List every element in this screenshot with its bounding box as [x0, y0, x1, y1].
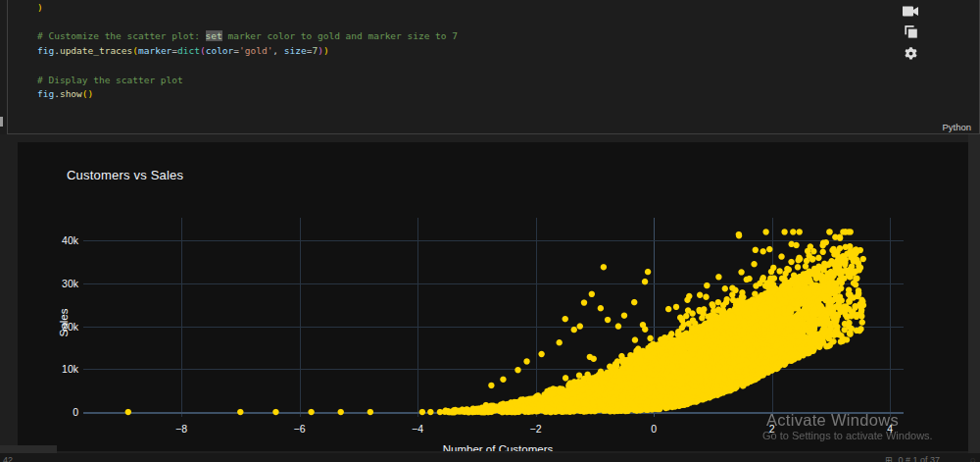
y-tick-label: 10k: [39, 363, 78, 375]
grid-icon: ⊞: [885, 455, 893, 462]
x-tick-label: 4: [887, 423, 893, 435]
camera-button[interactable]: [899, 3, 922, 22]
gear-button[interactable]: [899, 46, 922, 65]
cell-language-label[interactable]: Python: [942, 122, 971, 132]
x-tick-label: −2: [530, 423, 542, 435]
status-bar: 42 ⊞ 0 # 1 of 37 ◌: [0, 453, 980, 462]
gear-icon: [904, 46, 918, 65]
y-tick-label: 40k: [39, 234, 78, 246]
y-tick-label: 30k: [39, 278, 78, 289]
scatter-plot-canvas[interactable]: [83, 218, 904, 417]
copy-icon: [904, 25, 918, 43]
cell-toolbar: [899, 3, 924, 65]
chart-panel: Customers vs Sales −8−6−4−2024 010k20k30…: [18, 142, 968, 451]
x-tick-label: −6: [294, 423, 306, 435]
x-tick-label: 0: [651, 423, 657, 435]
code-line: [37, 16, 891, 30]
camera-icon: [903, 4, 919, 22]
y-axis-title: Sales: [58, 298, 70, 347]
code-editor[interactable]: ) # Customize the scatter plot: set mark…: [37, 1, 891, 102]
code-line: ): [37, 1, 891, 16]
y-tick-label: 0: [39, 406, 78, 418]
horizontal-scrollbar-thumb[interactable]: [0, 445, 57, 453]
code-line: fig.update_traces(marker=dict(color='gol…: [37, 44, 891, 59]
bell-icon[interactable]: ◌: [970, 455, 975, 462]
code-line: [37, 59, 891, 74]
x-tick-label: −4: [412, 423, 423, 435]
x-tick-label: 2: [769, 423, 775, 435]
status-left-text: 42: [3, 455, 13, 462]
gutter-marker: [0, 117, 3, 127]
cell-output-area: Customers vs Sales −8−6−4−2024 010k20k30…: [0, 134, 980, 453]
code-line: fig.show(): [37, 87, 891, 102]
x-tick-label: −8: [175, 423, 187, 435]
code-cell[interactable]: ) # Customize the scatter plot: set mark…: [7, 0, 980, 134]
notebook-window: ) # Customize the scatter plot: set mark…: [0, 0, 980, 462]
x-axis-title: Number of Customers: [419, 443, 576, 451]
chart-title: Customers vs Sales: [67, 168, 183, 182]
right-scroll-gutter[interactable]: [968, 134, 980, 453]
copy-button[interactable]: [899, 25, 922, 43]
code-line: # Customize the scatter plot: set marker…: [37, 29, 891, 44]
cell-indicator[interactable]: ⊞ 0 # 1 of 37: [885, 455, 940, 462]
code-line: # Display the scatter plot: [37, 74, 891, 88]
